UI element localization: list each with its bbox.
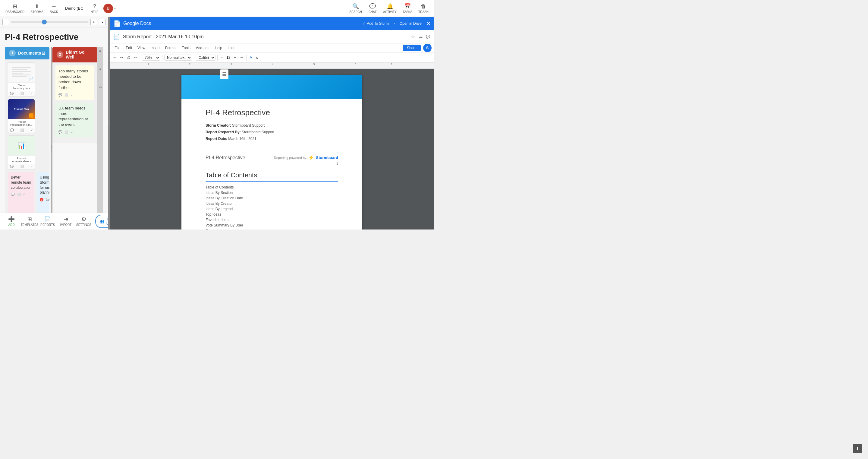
font-size-increase[interactable]: + bbox=[233, 55, 237, 60]
zoom-toggle-button[interactable]: ▾ bbox=[99, 19, 105, 25]
nav-tasks[interactable]: 📅 TASKS bbox=[400, 2, 415, 15]
sticky-note-collaboration[interactable]: Better remote team collaboration 💬 ⬜ ✓ bbox=[8, 172, 34, 212]
menu-insert[interactable]: Insert bbox=[148, 45, 162, 51]
documents-column-title: Documents bbox=[18, 51, 41, 56]
comment-icon[interactable]: 💬 bbox=[59, 93, 62, 97]
redo-button[interactable]: ↪ bbox=[119, 55, 124, 60]
share-button[interactable]: Share bbox=[403, 45, 421, 51]
print-button[interactable]: 🖨 bbox=[125, 55, 131, 60]
sidebar-icon[interactable]: ☰ bbox=[220, 69, 228, 79]
reports-button[interactable]: 📄 REPORTS bbox=[38, 215, 57, 228]
check-icon[interactable]: ✓ bbox=[30, 128, 33, 132]
doc-comment-icon[interactable]: 💬 bbox=[426, 35, 430, 39]
comment-icon[interactable]: 💬 bbox=[10, 165, 13, 168]
nav-chat[interactable]: 💬 CHAT bbox=[365, 2, 380, 15]
menu-file[interactable]: File bbox=[112, 45, 123, 51]
menu-tools[interactable]: Tools bbox=[180, 45, 193, 51]
import-button[interactable]: ⇥ IMPORT bbox=[57, 215, 75, 228]
zoom-slider[interactable] bbox=[11, 21, 89, 23]
font-select[interactable]: Calibri Arial bbox=[196, 55, 216, 61]
gdocs-content-area[interactable]: ☰ PI-4 Retrospective Storm Creator: Stor… bbox=[110, 69, 434, 229]
format-expand-button[interactable]: ∧ bbox=[254, 55, 259, 60]
page-banner bbox=[181, 75, 362, 99]
comment-icon[interactable]: 💬 bbox=[10, 92, 13, 95]
close-button[interactable]: ✕ bbox=[427, 21, 430, 27]
line bbox=[12, 76, 27, 77]
widget-icon[interactable]: ⬜ bbox=[20, 165, 24, 168]
settings-button[interactable]: ⚙ SETTINGS bbox=[75, 215, 93, 228]
comment-icon[interactable]: 💬 bbox=[59, 130, 62, 134]
check-icon[interactable]: ✓ bbox=[23, 193, 25, 197]
zoom-out-button[interactable]: − bbox=[2, 19, 9, 25]
star-icon[interactable]: ☆ bbox=[411, 34, 415, 39]
add-button[interactable]: ➕ ADD bbox=[2, 215, 21, 228]
toc-item-8: Vote Summary By User bbox=[206, 223, 338, 227]
avatar[interactable]: U bbox=[103, 4, 113, 13]
comment-icon[interactable]: 💬 bbox=[10, 128, 13, 132]
bad-note-stories[interactable]: Too many stories needed to be broken dow… bbox=[56, 65, 94, 100]
check-icon[interactable]: ✓ bbox=[30, 92, 33, 95]
doc-card-product-analysis[interactable]: 📊 Product Analysis.sheets 💬 ⬜ ✓ bbox=[8, 136, 35, 170]
open-in-drive-button[interactable]: Open in Drive bbox=[400, 21, 422, 26]
style-select[interactable]: Normal text Heading 1 Heading 2 bbox=[164, 55, 192, 61]
nav-dashboard[interactable]: ⊞ DASHBOARD bbox=[2, 2, 27, 15]
gdocs-page-1: PI-4 Retrospective Storm Creator: Stormb… bbox=[181, 75, 362, 229]
more-options-button[interactable]: ⋯ bbox=[239, 55, 244, 60]
widget-icon[interactable]: ⬜ bbox=[17, 193, 21, 197]
ruler-mark: 2 bbox=[189, 63, 190, 66]
google-docs-app-name: Google Docs bbox=[123, 21, 151, 26]
paint-format-button[interactable]: ✏ bbox=[133, 55, 138, 60]
comment-icon[interactable]: 💬 bbox=[46, 198, 50, 202]
documents-column-header: 1 Documents ⊡ bbox=[5, 47, 50, 59]
cloud-icon[interactable]: ☁ bbox=[418, 34, 423, 39]
menu-view[interactable]: View bbox=[135, 45, 148, 51]
gdocs-header-actions: ✓ Add To Storm › Open in Drive ✕ bbox=[363, 21, 430, 27]
widget-icon[interactable]: ⬜ bbox=[20, 128, 24, 132]
menu-edit[interactable]: Edit bbox=[123, 45, 134, 51]
trash-icon: 🗑 bbox=[421, 3, 426, 10]
nav-back[interactable]: ← BACK bbox=[46, 2, 61, 15]
widget-icon[interactable]: ⬜ bbox=[64, 130, 68, 134]
templates-button[interactable]: ⊞ TEMPLATES bbox=[21, 215, 38, 228]
bad-note-ux[interactable]: UX team needs more representation at the… bbox=[56, 103, 94, 137]
doc-title[interactable]: Storm Report - 2021-Mar-16 10:10pm bbox=[123, 34, 411, 39]
zoom-in-button[interactable]: + bbox=[90, 19, 97, 25]
nav-activity[interactable]: 🔔 ACTIVITY bbox=[380, 2, 400, 15]
menu-addons[interactable]: Add-ons bbox=[193, 45, 212, 51]
doc-card-product-presentation[interactable]: Product Plan Product Presentation.slid..… bbox=[8, 99, 35, 133]
sticky-note-stormboard[interactable]: Using Stormboard for our PI planning. 1 … bbox=[37, 172, 50, 212]
text-color-button[interactable]: A bbox=[248, 55, 253, 60]
documents-column-body: 📄 Team Summary.docs 💬 ⬜ ✓ bbox=[5, 59, 50, 212]
undo-button[interactable]: ↩ bbox=[112, 55, 118, 60]
check-icon[interactable]: ✓ bbox=[70, 93, 73, 97]
doc-card-footer-presentation: 💬 ⬜ ✓ bbox=[8, 127, 35, 133]
menu-help[interactable]: Help bbox=[213, 45, 225, 51]
documents-column: 1 Documents ⊡ bbox=[5, 47, 50, 212]
number-10: 10 bbox=[98, 86, 101, 89]
font-size-decrease[interactable]: − bbox=[219, 55, 224, 60]
expand-icon[interactable]: ⊡ bbox=[41, 51, 45, 56]
widget-icon[interactable]: ⬜ bbox=[64, 93, 68, 97]
check-icon[interactable]: ✓ bbox=[70, 130, 73, 134]
widget-icon[interactable]: ⬜ bbox=[20, 92, 24, 95]
zoom-thumb[interactable] bbox=[42, 20, 47, 24]
nav-search[interactable]: 🔍 SEARCH bbox=[346, 2, 365, 15]
doc-card-team-summary[interactable]: 📄 Team Summary.docs 💬 ⬜ ✓ bbox=[8, 62, 35, 96]
menu-last[interactable]: Last ... bbox=[225, 45, 241, 51]
toc-item-9: Comments bbox=[206, 229, 338, 229]
nav-trash[interactable]: 🗑 TRASH bbox=[415, 2, 432, 15]
comment-icon[interactable]: 💬 bbox=[11, 193, 14, 197]
nav-help[interactable]: ? HELP bbox=[87, 2, 102, 15]
bottom-bar: ➕ ADD ⊞ TEMPLATES 📄 REPORTS ⇥ IMPORT ⚙ S… bbox=[0, 212, 108, 229]
gdocs-title-actions: ☆ ☁ 💬 bbox=[411, 34, 430, 39]
add-to-storm-button[interactable]: ✓ Add To Storm bbox=[363, 21, 389, 26]
settings-icon: ⚙ bbox=[82, 216, 86, 223]
nav-storms[interactable]: ⬆ STORMS bbox=[27, 2, 46, 15]
add-icon: ➕ bbox=[8, 216, 15, 223]
chevron-down-icon[interactable]: ▾ bbox=[114, 7, 116, 10]
invite-users-button[interactable]: 👥 Invite Users bbox=[95, 215, 108, 228]
check-icon[interactable]: ✓ bbox=[30, 165, 33, 168]
zoom-select[interactable]: 75% 100% bbox=[142, 55, 160, 61]
doc-storm-footer: PI-4 Retrospective Reporting powered by … bbox=[206, 150, 338, 161]
menu-format[interactable]: Format bbox=[163, 45, 179, 51]
